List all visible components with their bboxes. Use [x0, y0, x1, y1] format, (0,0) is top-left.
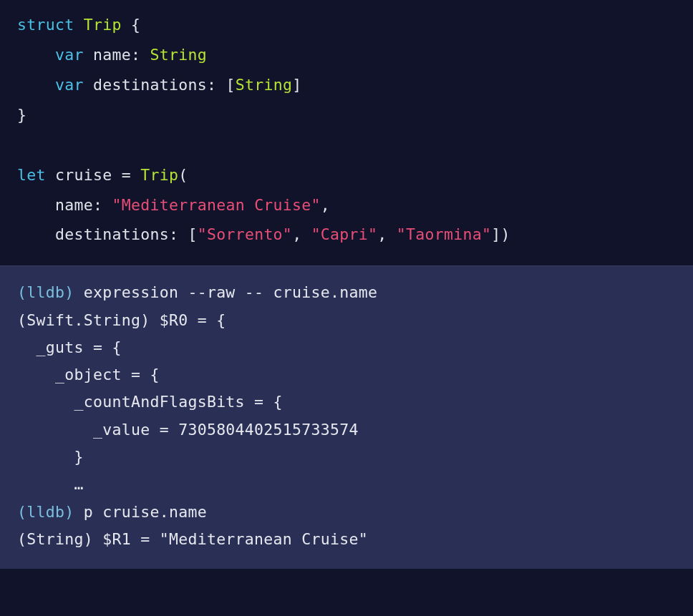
string-literal: "Sorrento": [198, 225, 292, 243]
type-trip-decl: Trip: [84, 16, 122, 34]
lldb-output: (lldb) expression --raw -- cruise.name (…: [17, 279, 676, 553]
type-string: String: [236, 76, 292, 94]
colon: :: [131, 46, 140, 64]
string-literal: "Capri": [311, 225, 378, 243]
keyword-let: let: [17, 166, 46, 184]
paren-open: (: [178, 166, 188, 184]
keyword-var: var: [55, 46, 84, 64]
lldb-output-line: _value = 7305804402515733574: [17, 421, 359, 439]
type-trip: Trip: [140, 166, 178, 184]
code-block: struct Trip { var name: String var desti…: [17, 10, 676, 250]
string-literal: "Mediterranean Cruise": [112, 196, 320, 214]
lldb-prompt: (lldb): [17, 283, 74, 301]
bracket-close: ]: [292, 76, 301, 94]
swift-source-code: struct Trip { var name: String var desti…: [0, 0, 693, 265]
type-string: String: [150, 46, 206, 64]
lldb-console: (lldb) expression --raw -- cruise.name (…: [0, 265, 693, 569]
bracket-open: [: [226, 76, 235, 94]
lldb-command: expression --raw -- cruise.name: [74, 283, 377, 301]
comma: ,: [292, 225, 301, 243]
brace-close: }: [17, 106, 26, 124]
comma: ,: [321, 196, 330, 214]
arg-label-destinations: destinations:: [55, 225, 178, 243]
brace-open: {: [131, 16, 140, 34]
lldb-command: p cruise.name: [74, 503, 206, 521]
lldb-output-line: (Swift.String) $R0 = {: [17, 311, 226, 329]
lldb-output-line: }: [17, 448, 84, 466]
equals: =: [122, 166, 131, 184]
string-literal: "Taormina": [397, 225, 491, 243]
comma: ,: [377, 225, 387, 243]
bracket-open: [: [188, 225, 197, 243]
bracket-close: ]: [491, 225, 500, 243]
lldb-output-line: (String) $R1 = "Mediterranean Cruise": [17, 530, 368, 548]
lldb-prompt: (lldb): [17, 503, 74, 521]
paren-close: ): [501, 225, 510, 243]
lldb-output-line: _countAndFlagsBits = {: [17, 393, 283, 411]
var-cruise: cruise: [55, 166, 112, 184]
lldb-output-line: …: [17, 475, 84, 493]
arg-label-name: name:: [55, 196, 102, 214]
field-destinations: destinations: [93, 76, 207, 94]
keyword-var: var: [55, 76, 84, 94]
colon: :: [207, 76, 216, 94]
keyword-struct: struct: [17, 16, 74, 34]
lldb-output-line: _object = {: [17, 366, 160, 383]
field-name: name: [93, 46, 131, 64]
lldb-output-line: _guts = {: [17, 338, 122, 356]
